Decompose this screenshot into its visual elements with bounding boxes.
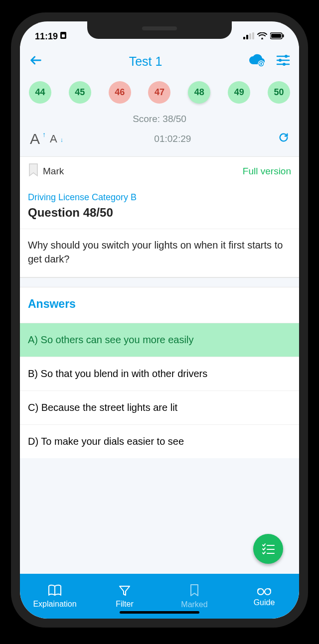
answer-option[interactable]: B) So that you blend in with other drive… xyxy=(20,357,299,390)
svg-point-6 xyxy=(262,37,263,39)
question-bubble[interactable]: 46 xyxy=(109,81,131,104)
battery-icon xyxy=(270,31,284,42)
nav-guide[interactable]: Guide xyxy=(229,574,299,619)
svg-rect-4 xyxy=(249,33,251,39)
svg-point-20 xyxy=(258,589,264,595)
svg-rect-2 xyxy=(243,37,245,39)
signal-icon xyxy=(243,31,254,42)
question-number-title: Question 48/50 xyxy=(20,204,299,229)
svg-point-10 xyxy=(258,61,264,67)
settings-icon[interactable] xyxy=(276,54,290,68)
answers-heading: Answers xyxy=(20,287,299,323)
svg-point-12 xyxy=(285,55,288,58)
bookmark-icon[interactable] xyxy=(28,163,39,179)
svg-rect-3 xyxy=(246,35,248,39)
answers-list: A) So others can see you more easilyB) S… xyxy=(20,323,299,458)
nav-marked-label: Marked xyxy=(181,600,207,609)
spacer xyxy=(20,277,299,287)
notch xyxy=(87,21,232,39)
question-nav-row: 44454647484950 xyxy=(20,76,299,106)
question-text: Why should you switch your lights on whe… xyxy=(20,229,299,277)
mark-label: Mark xyxy=(43,166,64,177)
nav-explanation-label: Explaination xyxy=(33,600,76,609)
nav-guide-label: Guide xyxy=(254,598,275,607)
svg-point-21 xyxy=(265,589,271,595)
svg-point-16 xyxy=(283,63,286,66)
question-bubble[interactable]: 49 xyxy=(228,81,250,104)
answer-option[interactable]: A) So others can see you more easily xyxy=(20,323,299,357)
nav-explanation[interactable]: Explaination xyxy=(20,574,90,619)
timer-text: 01:02:29 xyxy=(67,133,278,144)
sim-icon xyxy=(60,31,67,42)
svg-rect-1 xyxy=(62,34,65,37)
page-title: Test 1 xyxy=(43,54,248,69)
phone-frame: 11:19 Test 1 xyxy=(11,12,308,628)
svg-point-14 xyxy=(279,59,282,62)
cloud-sync-icon[interactable] xyxy=(248,53,265,69)
score-label: Score: 38/50 xyxy=(20,114,299,125)
question-bubble[interactable]: 47 xyxy=(148,81,170,104)
wifi-icon xyxy=(257,31,267,42)
answer-option[interactable]: D) To make your dials easier to see xyxy=(20,424,299,458)
font-decrease-button[interactable]: A↓ xyxy=(50,132,57,145)
nav-filter-label: Filter xyxy=(116,600,134,609)
question-bubble[interactable]: 45 xyxy=(69,81,91,104)
status-time: 11:19 xyxy=(35,31,58,42)
answer-option[interactable]: C) Because the street lights are lit xyxy=(20,390,299,424)
refresh-button[interactable] xyxy=(278,132,289,146)
screen: 11:19 Test 1 xyxy=(20,21,299,619)
full-version-link[interactable]: Full version xyxy=(243,166,291,177)
svg-rect-8 xyxy=(271,34,281,38)
back-button[interactable] xyxy=(29,53,43,69)
question-bubble[interactable]: 50 xyxy=(268,81,290,104)
app-header: Test 1 xyxy=(20,46,299,76)
svg-rect-5 xyxy=(252,32,254,39)
question-bubble[interactable]: 48 xyxy=(188,81,210,104)
checklist-fab[interactable] xyxy=(253,534,283,564)
home-indicator[interactable] xyxy=(120,611,199,614)
category-label: Driving License Category B xyxy=(20,185,299,204)
question-card: Mark Full version Driving License Catego… xyxy=(20,156,299,277)
svg-rect-9 xyxy=(283,34,284,37)
timer-row: A↑ A↓ 01:02:29 xyxy=(20,125,299,156)
font-increase-button[interactable]: A↑ xyxy=(30,130,40,147)
question-bubble[interactable]: 44 xyxy=(29,81,51,104)
